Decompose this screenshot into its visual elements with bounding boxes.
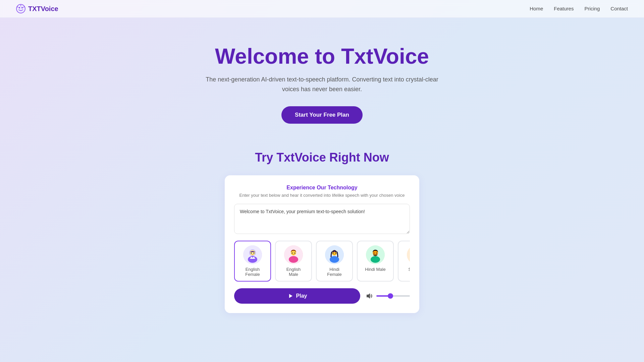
try-section: Try TxtVoice Right Now Experience Our Te… — [0, 137, 644, 333]
voice-label-hindi-male: Hindi Male — [365, 267, 385, 272]
demo-card: Experience Our Technology Enter your tex… — [225, 175, 419, 313]
nav-contact[interactable]: Contact — [610, 6, 628, 11]
play-label: Play — [296, 293, 307, 299]
voice-card-spanish[interactable]: Spanish — [398, 241, 410, 282]
cta-button[interactable]: Start Your Free Plan — [281, 106, 363, 124]
svg-marker-33 — [289, 294, 292, 298]
svg-point-16 — [294, 252, 296, 253]
svg-point-2 — [21, 7, 23, 8]
volume-slider[interactable] — [376, 295, 410, 297]
svg-point-10 — [251, 252, 252, 253]
hero-section: Welcome to TxtVoice The next-generation … — [0, 18, 644, 137]
play-icon — [287, 293, 293, 299]
logo-text: TXTVoice — [28, 5, 58, 13]
try-heading: Try TxtVoice Right Now — [8, 150, 636, 165]
voice-label-english-female: English Female — [240, 267, 265, 277]
nav-pricing[interactable]: Pricing — [584, 6, 600, 11]
svg-point-22 — [334, 251, 335, 252]
nav-links: Home Features Pricing Contact — [530, 6, 628, 12]
voice-card-english-female[interactable]: English Female — [234, 241, 271, 282]
svg-point-8 — [248, 256, 257, 263]
voice-label-hindi-female: Hindi Female — [322, 267, 347, 277]
avatar-hindi-male — [366, 245, 385, 264]
voice-card-hindi-female[interactable]: Hindi Female — [316, 241, 353, 282]
hero-subtitle: The next-generation AI-driven text-to-sp… — [205, 75, 439, 94]
navbar: TXTVoice Home Features Pricing Contact — [0, 0, 644, 18]
hero-title: Welcome to TxtVoice — [8, 45, 636, 68]
svg-point-11 — [254, 252, 255, 253]
svg-point-14 — [289, 256, 298, 263]
svg-point-28 — [407, 245, 410, 264]
svg-point-21 — [335, 252, 336, 253]
nav-features[interactable]: Features — [554, 6, 574, 11]
svg-point-26 — [374, 252, 375, 253]
voice-label-spanish: Spanish — [409, 267, 410, 272]
voices-row: English Female English Male — [234, 241, 410, 282]
card-title: Experience Our Technology — [234, 185, 410, 191]
svg-point-27 — [376, 252, 377, 253]
svg-marker-34 — [367, 293, 370, 299]
svg-point-20 — [333, 252, 334, 253]
card-subtitle: Enter your text below and hear it conver… — [234, 193, 410, 198]
logo[interactable]: TXTVoice — [16, 4, 58, 13]
text-input[interactable] — [234, 204, 410, 234]
svg-point-1 — [19, 7, 20, 8]
logo-icon — [16, 4, 25, 13]
avatar-english-male — [284, 245, 303, 264]
avatar-spanish — [407, 245, 410, 264]
play-button[interactable]: Play — [234, 288, 360, 304]
nav-home[interactable]: Home — [530, 6, 543, 11]
volume-icon — [366, 292, 373, 300]
voice-card-english-male[interactable]: English Male — [275, 241, 312, 282]
svg-point-15 — [292, 252, 293, 253]
avatar-hindi-female — [325, 245, 344, 264]
svg-point-25 — [371, 256, 380, 263]
volume-control — [366, 292, 410, 300]
play-row: Play — [234, 288, 410, 304]
svg-point-9 — [250, 250, 255, 255]
avatar-english-female — [243, 245, 262, 264]
voice-label-english-male: English Male — [281, 267, 306, 277]
voice-card-hindi-male[interactable]: Hindi Male — [357, 241, 394, 282]
